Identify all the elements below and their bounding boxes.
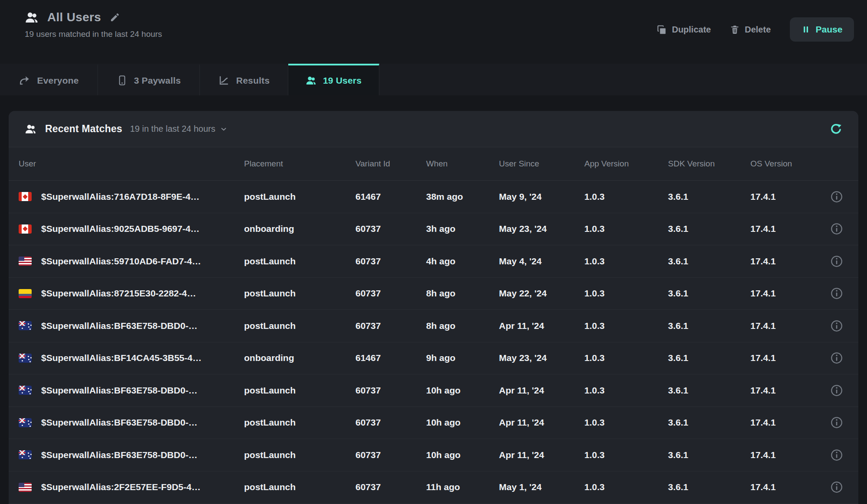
table-row[interactable]: $SuperwallAlias:BF63E758-DBD0-… postLaun…: [9, 374, 858, 407]
top-bar: All Users 19 users matched in the last 2…: [0, 0, 867, 64]
paywall-icon: [117, 75, 127, 86]
os-version-value: 17.4.1: [750, 450, 819, 460]
variant-id-value: 60737: [355, 256, 426, 267]
table-header: User Placement Variant Id When User Sinc…: [9, 147, 858, 181]
column-header-app-version: App Version: [584, 159, 668, 169]
table-row[interactable]: $SuperwallAlias:87215E30-2282-4… postLau…: [9, 278, 858, 310]
variant-id-value: 60737: [355, 482, 426, 492]
column-header-user-since: User Since: [499, 159, 584, 169]
table-row[interactable]: $SuperwallAlias:2F2E57EE-F9D5-4… postLau…: [9, 471, 858, 504]
sdk-version-value: 3.6.1: [668, 450, 750, 460]
edit-title-icon[interactable]: [110, 12, 120, 23]
when-value: 10h ago: [426, 417, 499, 428]
table-row[interactable]: $SuperwallAlias:BF63E758-DBD0-… postLaun…: [9, 310, 858, 342]
variant-id-value: 60737: [355, 450, 426, 460]
trash-icon: [730, 25, 740, 34]
share-icon: [19, 75, 30, 86]
pause-button[interactable]: Pause: [790, 17, 854, 42]
user-since-value: May 1, '24: [499, 482, 584, 492]
user-since-value: May 4, '24: [499, 256, 584, 267]
info-icon[interactable]: [830, 449, 843, 462]
info-icon[interactable]: [830, 481, 843, 494]
app-version-value: 1.0.3: [584, 224, 668, 234]
user-alias: $SuperwallAlias:BF63E758-DBD0-…: [41, 385, 198, 396]
placement-value: postLaunch: [244, 256, 355, 267]
card-title: Recent Matches: [45, 123, 122, 135]
placement-value: postLaunch: [244, 417, 355, 428]
user-since-value: Apr 11, '24: [499, 385, 584, 396]
placement-value: postLaunch: [244, 482, 355, 492]
sdk-version-value: 3.6.1: [668, 417, 750, 428]
variant-id-value: 61467: [355, 353, 426, 363]
time-filter-dropdown[interactable]: 19 in the last 24 hours: [130, 124, 228, 134]
table-row[interactable]: $SuperwallAlias:BF63E758-DBD0-… postLaun…: [9, 439, 858, 471]
tab-everyone[interactable]: Everyone: [0, 64, 98, 95]
when-value: 8h ago: [426, 321, 499, 331]
sdk-version-value: 3.6.1: [668, 192, 750, 202]
matched-users-subtitle: 19 users matched in the last 24 hours: [25, 29, 162, 39]
tab-bar: Everyone 3 Paywalls Results 19 Users: [0, 64, 867, 95]
table-row[interactable]: $SuperwallAlias:BF14CA45-3B55-4… onboard…: [9, 342, 858, 375]
app-version-value: 1.0.3: [584, 192, 668, 202]
table-row[interactable]: $SuperwallAlias:9025ADB5-9697-4… onboard…: [9, 213, 858, 246]
info-icon[interactable]: [830, 319, 843, 332]
column-header-when: When: [426, 159, 499, 169]
tab-paywalls-label: 3 Paywalls: [134, 75, 181, 86]
users-icon: [306, 75, 316, 86]
variant-id-value: 60737: [355, 224, 426, 234]
placement-value: onboarding: [244, 224, 355, 234]
app-version-value: 1.0.3: [584, 288, 668, 299]
tab-results[interactable]: Results: [200, 64, 288, 95]
placement-value: postLaunch: [244, 450, 355, 460]
refresh-button[interactable]: [829, 122, 843, 136]
table-row[interactable]: $SuperwallAlias:BF63E758-DBD0-… postLaun…: [9, 407, 858, 439]
column-header-user: User: [19, 159, 244, 169]
info-icon[interactable]: [830, 384, 843, 397]
tab-users[interactable]: 19 Users: [288, 64, 379, 95]
when-value: 10h ago: [426, 385, 499, 396]
placement-value: postLaunch: [244, 321, 355, 331]
app-version-value: 1.0.3: [584, 482, 668, 492]
sdk-version-value: 3.6.1: [668, 321, 750, 331]
duplicate-button[interactable]: Duplicate: [657, 25, 711, 35]
app-version-value: 1.0.3: [584, 353, 668, 363]
tab-results-label: Results: [236, 75, 270, 86]
placement-value: postLaunch: [244, 192, 355, 202]
user-alias: $SuperwallAlias:87215E30-2282-4…: [41, 288, 196, 299]
when-value: 3h ago: [426, 224, 499, 234]
info-icon[interactable]: [830, 287, 843, 300]
delete-button[interactable]: Delete: [730, 25, 771, 35]
column-header-sdk-version: SDK Version: [668, 159, 750, 169]
flag-australia-icon: [19, 450, 32, 459]
flag-australia-icon: [19, 321, 32, 330]
user-since-value: Apr 11, '24: [499, 450, 584, 460]
delete-label: Delete: [745, 25, 771, 35]
user-since-value: May 23, '24: [499, 224, 584, 234]
flag-canada-icon: [19, 224, 32, 234]
card-header: Recent Matches 19 in the last 24 hours: [9, 111, 858, 147]
sdk-version-value: 3.6.1: [668, 353, 750, 363]
sdk-version-value: 3.6.1: [668, 482, 750, 492]
app-version-value: 1.0.3: [584, 417, 668, 428]
table-row[interactable]: $SuperwallAlias:59710AD6-FAD7-4… postLau…: [9, 245, 858, 278]
tab-everyone-label: Everyone: [37, 75, 78, 86]
info-icon[interactable]: [830, 416, 843, 429]
info-icon[interactable]: [830, 222, 843, 235]
user-since-value: May 23, '24: [499, 353, 584, 363]
users-icon: [25, 10, 39, 24]
when-value: 10h ago: [426, 450, 499, 460]
info-icon[interactable]: [830, 351, 843, 364]
tab-paywalls[interactable]: 3 Paywalls: [98, 64, 200, 95]
user-alias: $SuperwallAlias:BF14CA45-3B55-4…: [41, 353, 202, 363]
sdk-version-value: 3.6.1: [668, 288, 750, 299]
when-value: 4h ago: [426, 256, 499, 267]
user-alias: $SuperwallAlias:9025ADB5-9697-4…: [41, 224, 199, 234]
info-icon[interactable]: [830, 190, 843, 203]
os-version-value: 17.4.1: [750, 321, 819, 331]
column-header-os-version: OS Version: [750, 159, 819, 169]
variant-id-value: 60737: [355, 385, 426, 396]
info-icon[interactable]: [830, 255, 843, 268]
os-version-value: 17.4.1: [750, 417, 819, 428]
table-body: $SuperwallAlias:716A7D18-8F9E-4… postLau…: [9, 181, 858, 504]
table-row[interactable]: $SuperwallAlias:716A7D18-8F9E-4… postLau…: [9, 181, 858, 213]
